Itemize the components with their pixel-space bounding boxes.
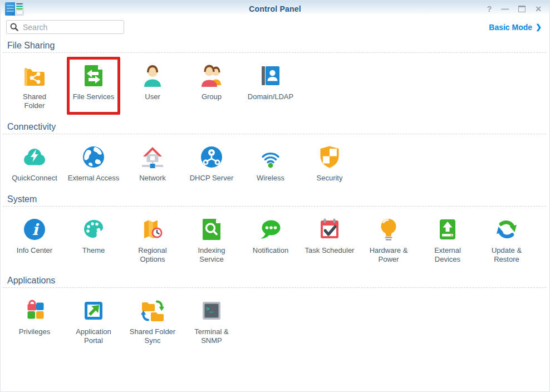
section-heading: File Sharing <box>7 40 543 51</box>
item-dhcp-server[interactable]: DHCP Server <box>182 138 241 187</box>
item-label: Application Portal <box>76 327 111 345</box>
item-external-devices[interactable]: External Devices <box>418 210 477 268</box>
item-label: Info Center <box>17 246 52 255</box>
window-title: Control Panel <box>1 4 549 13</box>
item-label: DHCP Server <box>190 174 234 183</box>
item-label: Notification <box>253 246 288 255</box>
svg-text:>_: >_ <box>206 305 214 312</box>
item-user[interactable]: User <box>123 57 182 115</box>
item-security[interactable]: Security <box>300 138 359 187</box>
item-label: Group <box>202 92 222 101</box>
control-panel-app-icon <box>5 2 24 16</box>
item-terminal-snmp[interactable]: >_ Terminal & SNMP <box>182 292 241 350</box>
section-applications: Applications Privileges Applicatio <box>1 275 549 351</box>
indexing-service-icon <box>198 216 225 243</box>
theme-icon <box>80 216 107 243</box>
update-restore-icon <box>493 216 520 243</box>
item-label: File Services <box>73 92 114 101</box>
item-label: Theme <box>82 246 105 255</box>
external-devices-icon <box>434 216 461 243</box>
item-file-services[interactable]: File Services <box>64 57 123 115</box>
basic-mode-label: Basic Mode <box>489 23 532 32</box>
item-network[interactable]: Network <box>123 138 182 187</box>
item-hardware-power[interactable]: Hardware & Power <box>359 210 418 268</box>
item-regional-options[interactable]: Regional Options <box>123 210 182 268</box>
item-privileges[interactable]: Privileges <box>5 292 64 350</box>
item-shared-folder[interactable]: Shared Folder <box>5 57 64 115</box>
item-notification[interactable]: Notification <box>241 210 300 268</box>
item-theme[interactable]: Theme <box>64 210 123 268</box>
item-label: Hardware & Power <box>370 246 408 264</box>
item-label: Regional Options <box>138 246 166 264</box>
item-label: Domain/LDAP <box>248 92 293 101</box>
dhcp-server-icon <box>198 144 225 170</box>
user-icon <box>139 62 166 89</box>
task-scheduler-icon <box>316 216 343 243</box>
domain-ldap-icon <box>257 62 284 89</box>
external-access-icon <box>80 144 107 170</box>
item-label: Task Scheduler <box>305 246 355 255</box>
item-indexing-service[interactable]: Indexing Service <box>182 210 241 268</box>
item-label: External Access <box>68 174 120 183</box>
item-label: Indexing Service <box>198 246 225 264</box>
item-quickconnect[interactable]: QuickConnect <box>5 138 64 187</box>
maximize-icon[interactable] <box>518 6 526 12</box>
file-services-icon <box>80 62 107 89</box>
item-group[interactable]: Group <box>182 57 241 115</box>
terminal-snmp-icon: >_ <box>198 297 225 324</box>
section-connectivity: Connectivity QuickConnect External Acces… <box>1 121 549 189</box>
toolbar: Basic Mode ❯ <box>1 17 549 35</box>
item-update-restore[interactable]: Update & Restore <box>477 210 536 268</box>
shared-folder-sync-icon <box>139 297 166 324</box>
item-external-access[interactable]: External Access <box>64 138 123 187</box>
item-shared-folder-sync[interactable]: Shared Folder Sync <box>123 292 182 350</box>
item-label: Network <box>139 174 166 183</box>
section-heading: System <box>7 194 543 204</box>
group-icon <box>198 62 225 89</box>
section-system: System i Info Center Theme <box>1 194 549 270</box>
item-wireless[interactable]: Wireless <box>241 138 300 187</box>
item-label: QuickConnect <box>12 174 57 183</box>
item-label: Privileges <box>19 327 50 336</box>
section-file-sharing: File Sharing Shared Folder File Services <box>1 40 549 116</box>
chevron-right-icon: ❯ <box>536 23 542 31</box>
notification-icon <box>257 216 284 243</box>
minimize-icon[interactable]: — <box>501 5 509 13</box>
item-application-portal[interactable]: Application Portal <box>64 292 123 350</box>
security-icon <box>316 144 343 170</box>
search-box[interactable] <box>6 20 124 34</box>
item-domain-ldap[interactable]: Domain/LDAP <box>241 57 300 115</box>
info-center-icon: i <box>21 216 48 243</box>
item-label: Terminal & SNMP <box>194 327 228 345</box>
section-grid: Shared Folder File Services User <box>1 53 549 116</box>
quickconnect-icon <box>21 144 48 170</box>
wireless-icon <box>257 144 284 170</box>
item-label: Shared Folder Sync <box>130 327 175 345</box>
application-portal-icon <box>80 297 107 324</box>
item-info-center[interactable]: i Info Center <box>5 210 64 268</box>
item-task-scheduler[interactable]: Task Scheduler <box>300 210 359 268</box>
title-bar: Control Panel ? — ✕ <box>1 1 549 17</box>
regional-options-icon <box>139 216 166 243</box>
section-grid: i Info Center Theme Regional Option <box>1 207 549 270</box>
network-icon <box>139 144 166 170</box>
section-heading: Connectivity <box>7 121 543 132</box>
shared-folder-icon <box>21 62 48 89</box>
search-input[interactable] <box>22 22 125 32</box>
item-label: Security <box>317 174 343 183</box>
privileges-icon <box>21 297 48 324</box>
section-grid: QuickConnect External Access N <box>1 134 549 189</box>
item-label: Shared Folder <box>23 92 46 110</box>
close-icon[interactable]: ✕ <box>535 5 542 13</box>
item-label: External Devices <box>434 246 461 264</box>
section-grid: Privileges Application Portal <box>1 288 549 351</box>
hardware-power-icon <box>375 216 402 243</box>
section-heading: Applications <box>7 275 543 286</box>
item-label: User <box>145 92 160 101</box>
basic-mode-link[interactable]: Basic Mode ❯ <box>489 23 542 32</box>
help-icon[interactable]: ? <box>487 5 492 13</box>
item-label: Update & Restore <box>492 246 522 264</box>
search-icon <box>10 23 18 31</box>
item-label: Wireless <box>257 174 284 183</box>
